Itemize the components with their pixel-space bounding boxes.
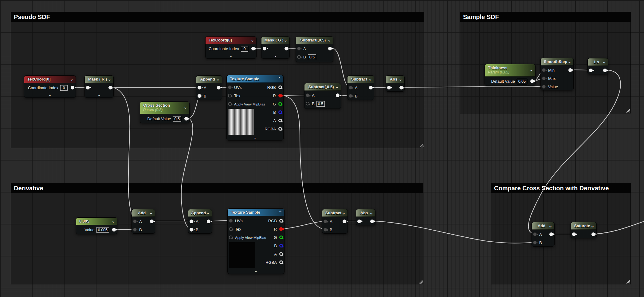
- output-pin-a[interactable]: [279, 252, 283, 256]
- value-input[interactable]: 0.005: [96, 227, 109, 233]
- output-pin[interactable]: [150, 220, 154, 223]
- output-pin[interactable]: [328, 47, 332, 50]
- output-pin[interactable]: [549, 232, 553, 236]
- node-header[interactable]: Subtract⌄: [348, 76, 374, 83]
- material-graph-canvas[interactable]: Pseudo SDFSample SDFDerivativeCompare Cr…: [0, 0, 644, 297]
- input-pin-b[interactable]: [297, 55, 301, 59]
- output-pin[interactable]: [112, 228, 116, 232]
- node-smoothstep[interactable]: SmoothStep⌄MinMaxValue: [540, 58, 574, 90]
- resize-handle-icon[interactable]: [418, 279, 423, 284]
- chevron-down-icon[interactable]: ⌄: [108, 77, 111, 82]
- node-mask-g[interactable]: Mask ( G )⌄⌄: [261, 36, 290, 59]
- output-pin[interactable]: [399, 86, 403, 89]
- output-pin[interactable]: [568, 68, 572, 72]
- node-texcoord-left[interactable]: TexCoord[0]⌄Coordinate Index0⌄: [24, 75, 76, 98]
- input-pin-b[interactable]: [306, 102, 309, 105]
- node-header[interactable]: Abs⌄: [356, 209, 375, 217]
- value-input[interactable]: 0.5: [308, 54, 316, 60]
- chevron-down-icon[interactable]: ⌄: [206, 211, 210, 216]
- output-pin-r[interactable]: [279, 227, 283, 231]
- output-pin[interactable]: [108, 86, 112, 89]
- input-pin[interactable]: [387, 86, 391, 89]
- value-input[interactable]: 0.5: [316, 101, 325, 107]
- node-saturate[interactable]: Saturate⌄: [571, 222, 597, 238]
- node-one-minus-x[interactable]: 1-x⌄: [587, 58, 608, 74]
- node-subtract-2[interactable]: Subtract⌄AB: [322, 209, 348, 234]
- collapse-up-icon[interactable]: ⌃: [278, 77, 281, 81]
- node-header[interactable]: Subtract⌄: [322, 209, 348, 217]
- input-pin-a[interactable]: [190, 220, 193, 223]
- input-pin-value[interactable]: [542, 85, 546, 89]
- output-pin[interactable]: [184, 117, 188, 121]
- node-header[interactable]: ThicknessParam (0.05)⌄: [485, 64, 535, 77]
- chevron-down-icon[interactable]: ⌄: [342, 211, 345, 216]
- node-abs-2[interactable]: Abs⌄: [356, 209, 375, 225]
- comment-title-bar[interactable]: Compare Cross Section with Derivative: [491, 183, 630, 193]
- comment-title-bar[interactable]: Derivative: [11, 183, 423, 193]
- chevron-down-icon[interactable]: ⌄: [251, 38, 254, 43]
- node-header[interactable]: Add⌄: [132, 209, 155, 217]
- comment-title-bar[interactable]: Pseudo SDF: [11, 12, 424, 22]
- chevron-down-icon[interactable]: ⌄: [370, 211, 373, 216]
- chevron-down-icon[interactable]: ⌄: [399, 77, 402, 82]
- input-pin-a[interactable]: [198, 86, 201, 89]
- node-const-0005[interactable]: 0.005⌄Value0.005: [76, 217, 117, 234]
- node-texcoord-top[interactable]: TexCoord[0]⌄Coordinate Index0⌄: [205, 36, 257, 59]
- node-header[interactable]: TexCoord[0]⌄: [24, 76, 76, 83]
- input-pin-b[interactable]: [349, 94, 352, 98]
- output-pin-b[interactable]: [279, 244, 283, 248]
- output-pin[interactable]: [603, 69, 607, 72]
- input-pin-b[interactable]: [324, 228, 327, 232]
- input-pin-a[interactable]: [306, 93, 309, 97]
- expand-chevron-icon[interactable]: ⌄: [206, 53, 256, 58]
- chevron-down-icon[interactable]: ⌄: [549, 224, 552, 228]
- value-input[interactable]: 0.05: [517, 79, 527, 84]
- expand-chevron-icon[interactable]: ⌄: [227, 135, 283, 140]
- output-pin[interactable]: [343, 220, 346, 223]
- value-input[interactable]: 0: [241, 46, 248, 52]
- value-input[interactable]: 0.5: [173, 116, 181, 122]
- collapse-up-icon[interactable]: ⌃: [279, 210, 282, 215]
- chevron-down-icon[interactable]: ⌄: [284, 38, 287, 43]
- chevron-down-icon[interactable]: ⌄: [591, 224, 594, 228]
- chevron-down-icon[interactable]: ⌄: [530, 67, 533, 72]
- output-pin[interactable]: [285, 47, 288, 50]
- expand-chevron-icon[interactable]: ⌄: [85, 93, 113, 97]
- node-header[interactable]: Saturate⌄: [571, 222, 596, 230]
- node-header[interactable]: 1-x⌄: [588, 58, 608, 66]
- output-pin[interactable]: [370, 220, 374, 223]
- node-thickness[interactable]: ThicknessParam (0.05)⌄Default Value0.05: [485, 64, 536, 86]
- node-header[interactable]: Append⌄: [188, 209, 212, 217]
- chevron-down-icon[interactable]: ⌄: [603, 60, 606, 65]
- output-pin[interactable]: [251, 47, 255, 50]
- node-header[interactable]: Mask ( G )⌄: [261, 37, 289, 44]
- output-pin-rgba[interactable]: [278, 127, 282, 131]
- output-pin-rgba[interactable]: [279, 260, 283, 264]
- node-abs-1[interactable]: Abs⌄: [386, 75, 405, 92]
- node-append-1[interactable]: Append⌄AB: [196, 75, 222, 100]
- expand-chevron-icon[interactable]: ⌄: [228, 269, 284, 274]
- input-pin[interactable]: [589, 69, 593, 72]
- input-pin[interactable]: [86, 86, 90, 89]
- node-header[interactable]: Texture Sample⌃: [228, 209, 284, 216]
- chevron-down-icon[interactable]: ⌄: [328, 38, 331, 43]
- output-pin-g[interactable]: [279, 236, 283, 239]
- node-subtract-05-top[interactable]: Subtract(,0.5)⌄AB0.5: [296, 36, 333, 62]
- node-texture-sample-2[interactable]: Texture Sample⌃UVsTexApply View MipBiasR…: [227, 208, 285, 274]
- chevron-down-icon[interactable]: ⌄: [335, 85, 339, 89]
- output-pin[interactable]: [217, 86, 221, 89]
- output-pin[interactable]: [207, 220, 210, 223]
- input-pin-min[interactable]: [542, 68, 546, 72]
- output-pin-rgb[interactable]: [279, 219, 283, 223]
- chevron-down-icon[interactable]: ⌄: [112, 219, 115, 224]
- node-header[interactable]: Mask ( R )⌄: [85, 76, 113, 83]
- input-pin[interactable]: [572, 232, 576, 236]
- chevron-down-icon[interactable]: ⌄: [216, 77, 220, 82]
- node-subtract-1[interactable]: Subtract⌄AB: [347, 75, 374, 100]
- comment-title-bar[interactable]: Sample SDF: [460, 12, 630, 22]
- input-pin[interactable]: [357, 220, 361, 223]
- chevron-down-icon[interactable]: ⌄: [70, 77, 73, 82]
- output-pin[interactable]: [591, 232, 595, 236]
- input-pin-b[interactable]: [198, 94, 201, 98]
- node-header[interactable]: Append⌄: [196, 76, 222, 83]
